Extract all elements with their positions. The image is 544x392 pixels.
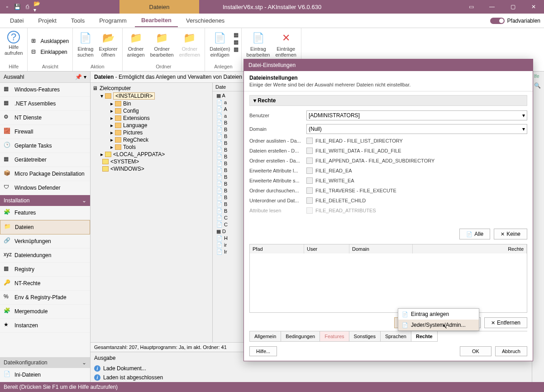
menu-tools[interactable]: Tools bbox=[65, 14, 91, 27]
titlebar: ▫ 💾 ⎙ 📂▾ Dateien InstallerV6x.stp - AKIn… bbox=[0, 0, 544, 14]
nav-instanzen[interactable]: ★Instanzen bbox=[0, 319, 90, 333]
nav-nt-rechte[interactable]: 🔑NT-Rechte bbox=[0, 277, 90, 291]
installation-section[interactable]: Installation⌄ bbox=[0, 195, 90, 206]
nav-verknuepfungen[interactable]: 🔗Verknüpfungen bbox=[0, 234, 90, 249]
domain-combo[interactable]: (Null)▾ bbox=[306, 124, 527, 134]
new-icon[interactable]: ▫ bbox=[4, 3, 11, 10]
nav-ini-dateien[interactable]: 📄Ini-Dateien bbox=[0, 368, 90, 382]
perm-check-4[interactable] bbox=[306, 177, 313, 184]
perm-check-1[interactable] bbox=[306, 148, 313, 154]
collapse-button[interactable]: ⊟Einklappen bbox=[30, 48, 68, 57]
folder-new-button[interactable]: 📁Ordneranlegen bbox=[125, 30, 147, 59]
statusbar: Bereit (Drücken Sie F1 um die Hilfe aufz… bbox=[0, 382, 544, 392]
menu-programm[interactable]: Programm bbox=[93, 14, 133, 27]
folder-tree[interactable]: 🖥Zielcomputer ▾<INSTALLDIR> ▸Bin ▸Config… bbox=[91, 83, 213, 342]
perm-check-2[interactable] bbox=[306, 158, 313, 164]
perm-check-6[interactable] bbox=[306, 197, 313, 204]
open-explorer-button[interactable]: 📂Exploreröffnen bbox=[97, 30, 119, 59]
nav-defender[interactable]: 🛡Windows Defender bbox=[0, 181, 90, 195]
section-rechte[interactable]: ▾ Rechte bbox=[249, 95, 527, 106]
small-icon-2[interactable]: ▦ bbox=[234, 39, 239, 45]
tab-rechte[interactable]: Rechte bbox=[411, 331, 438, 342]
dd-eintrag-anlegen[interactable]: 📄 Eintrag anlegen bbox=[398, 309, 479, 320]
perm-check-3[interactable] bbox=[306, 167, 313, 174]
nav-windows-features[interactable]: ▦Windows-Features bbox=[0, 83, 90, 97]
expand-button[interactable]: ⊞Ausklappen bbox=[30, 37, 70, 46]
tab-sonstiges[interactable]: Sonstiges bbox=[349, 331, 381, 342]
menubar: Datei Projekt Tools Programm Bearbeiten … bbox=[0, 14, 544, 28]
entries-remove-button[interactable]: ✕Einträgeentfernen bbox=[273, 30, 298, 59]
perm-check-5[interactable] bbox=[306, 187, 313, 194]
search-entry-button[interactable]: 📄Eintragsuchen bbox=[76, 30, 95, 59]
nav-micro-pkg[interactable]: 📦Micro Package Deinstallation bbox=[0, 167, 90, 181]
nav-tasks[interactable]: 🕒Geplante Tasks bbox=[0, 139, 90, 153]
nav-dateien[interactable]: 📁Dateien bbox=[0, 220, 90, 234]
nav-env-paths[interactable]: %Env & Registry-Pfade bbox=[0, 291, 90, 305]
toggle-icon[interactable] bbox=[490, 18, 505, 24]
file-settings-dialog: Datei-Einstellungen Dateieinstellungen E… bbox=[243, 59, 533, 361]
dateikonfig-section[interactable]: Dateikonfiguration⌄ bbox=[0, 357, 90, 368]
dialog-title: Datei-Einstellungen bbox=[244, 59, 533, 71]
save-all-icon[interactable]: ⎙ bbox=[24, 3, 31, 10]
nav-registry[interactable]: ▦Registry bbox=[0, 263, 90, 277]
left-panel: Auswahl 📌▾ ▦Windows-Features ▦.NET Assem… bbox=[0, 72, 91, 382]
small-icon-1[interactable]: ▦ bbox=[234, 32, 239, 38]
nav-net-assemblies[interactable]: ▦.NET Assemblies bbox=[0, 97, 90, 111]
window-title: InstallerV6x.stp - AKInstaller V6.0.630 bbox=[223, 4, 321, 10]
search-icon[interactable]: 🔍 bbox=[532, 81, 544, 91]
nav-mergemodule[interactable]: 🧩Mergemodule bbox=[0, 305, 90, 319]
ok-button[interactable]: OK bbox=[460, 346, 492, 356]
minimize-icon[interactable]: — bbox=[482, 0, 502, 14]
nav-nt-dienste[interactable]: ⚙NT Dienste bbox=[0, 111, 90, 125]
tab-features[interactable]: Features bbox=[320, 331, 349, 342]
abbruch-button[interactable]: Abbruch bbox=[495, 346, 527, 356]
perm-check-0[interactable] bbox=[306, 138, 313, 144]
right-strip: lfe 🔍 bbox=[532, 72, 544, 382]
folder-remove-button: 📁Ordnerentfernen bbox=[177, 30, 202, 59]
neu-dropdown-menu: 📄 Eintrag anlegen 📄 Jeder/System/Admin..… bbox=[398, 308, 479, 331]
nav-dateiendungen[interactable]: xyzDateiendungen bbox=[0, 249, 90, 263]
tab-sprachen[interactable]: Sprachen bbox=[380, 331, 411, 342]
menu-verschiedenes[interactable]: Verschiedenes bbox=[180, 14, 231, 27]
small-icon-3[interactable]: ▦ bbox=[234, 46, 239, 53]
maximize-icon[interactable]: ▢ bbox=[502, 0, 523, 14]
hilfe-button[interactable]: Hilfe... bbox=[249, 346, 277, 356]
nav-features[interactable]: 🧩Features bbox=[0, 206, 90, 220]
perm-check-7[interactable] bbox=[306, 207, 313, 214]
nav-firewall[interactable]: 🧱Firewall bbox=[0, 125, 90, 139]
help-button[interactable]: ?Hilfeaufrufen bbox=[3, 30, 24, 57]
auswahl-header: Auswahl 📌▾ bbox=[0, 72, 90, 83]
dialog-tabs: Allgemein Bedingungen Features Sonstiges… bbox=[249, 331, 527, 342]
menu-projekt[interactable]: Projekt bbox=[32, 14, 62, 27]
file-insert-button[interactable]: 📄Datei(en)einfügen bbox=[208, 30, 232, 59]
entry-edit-button[interactable]: 📄Eintragbearbeiten bbox=[244, 30, 272, 59]
tab-allgemein[interactable]: Allgemein bbox=[249, 331, 281, 342]
file-tab[interactable]: Dateien bbox=[119, 0, 199, 14]
menu-datei[interactable]: Datei bbox=[4, 14, 30, 27]
tab-bedingungen[interactable]: Bedingungen bbox=[281, 331, 320, 342]
ribbon-toggle-icon[interactable]: ▭ bbox=[461, 0, 482, 14]
close-icon[interactable]: ✕ bbox=[523, 0, 544, 14]
benutzer-combo[interactable]: [ADMINISTRATORS]▾ bbox=[306, 110, 527, 120]
nav-driver[interactable]: ▦Gerätetreiber bbox=[0, 153, 90, 167]
dd-jeder-system-admin[interactable]: 📄 Jeder/System/Admin... bbox=[398, 320, 479, 330]
menu-bearbeiten[interactable]: Bearbeiten bbox=[135, 14, 178, 27]
open-icon[interactable]: 📂▾ bbox=[33, 3, 41, 10]
rights-grid[interactable]: Pfad User Domain Rechte bbox=[249, 244, 527, 313]
chevron-icon[interactable]: ▾ bbox=[84, 74, 86, 80]
folder-edit-button[interactable]: 📁Ordnerbearbeiten bbox=[148, 30, 176, 59]
quick-access: ▫ 💾 ⎙ 📂▾ bbox=[0, 3, 41, 10]
pin-icon[interactable]: 📌 bbox=[75, 74, 82, 80]
keine-button[interactable]: ✕ Keine bbox=[494, 229, 527, 239]
chevron-down-icon: ⌄ bbox=[82, 197, 86, 204]
pathvar-toggle[interactable]: Pfadvariablen bbox=[490, 18, 540, 24]
alle-button[interactable]: 📄 Alle bbox=[459, 229, 490, 239]
entfernen-button[interactable]: ✕ Entfernen bbox=[484, 317, 527, 328]
save-icon[interactable]: 💾 bbox=[14, 3, 21, 10]
